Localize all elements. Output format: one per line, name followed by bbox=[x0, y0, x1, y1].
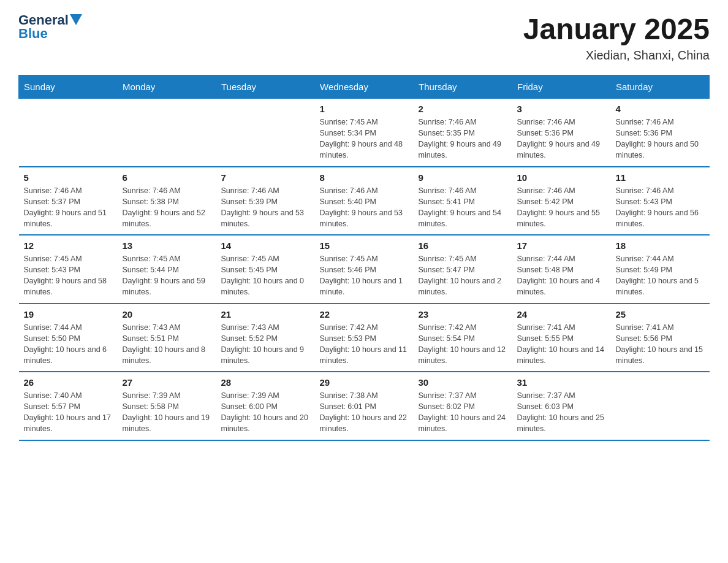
day-info: Sunrise: 7:39 AM Sunset: 5:58 PM Dayligh… bbox=[123, 390, 211, 435]
title-section: January 2025 Xiedian, Shanxi, China bbox=[523, 12, 710, 63]
day-info: Sunrise: 7:37 AM Sunset: 6:03 PM Dayligh… bbox=[517, 390, 606, 435]
subtitle: Xiedian, Shanxi, China bbox=[523, 48, 710, 63]
calendar-cell: 8Sunrise: 7:46 AM Sunset: 5:40 PM Daylig… bbox=[315, 167, 414, 236]
day-number: 21 bbox=[221, 309, 310, 320]
day-number: 19 bbox=[24, 309, 113, 320]
header-saturday: Saturday bbox=[611, 75, 710, 99]
day-number: 3 bbox=[517, 104, 606, 114]
week-row-5: 26Sunrise: 7:40 AM Sunset: 5:57 PM Dayli… bbox=[19, 372, 710, 440]
day-number: 25 bbox=[616, 309, 705, 320]
calendar-cell bbox=[19, 99, 118, 167]
day-info: Sunrise: 7:44 AM Sunset: 5:50 PM Dayligh… bbox=[24, 322, 113, 367]
day-info: Sunrise: 7:39 AM Sunset: 6:00 PM Dayligh… bbox=[221, 390, 310, 435]
day-info: Sunrise: 7:46 AM Sunset: 5:37 PM Dayligh… bbox=[24, 185, 113, 230]
day-number: 16 bbox=[419, 240, 507, 251]
calendar-cell: 20Sunrise: 7:43 AM Sunset: 5:51 PM Dayli… bbox=[118, 304, 216, 372]
day-info: Sunrise: 7:46 AM Sunset: 5:41 PM Dayligh… bbox=[419, 185, 507, 230]
day-info: Sunrise: 7:45 AM Sunset: 5:46 PM Dayligh… bbox=[320, 253, 409, 298]
day-number: 4 bbox=[616, 104, 705, 114]
day-info: Sunrise: 7:37 AM Sunset: 6:02 PM Dayligh… bbox=[419, 390, 507, 435]
header-monday: Monday bbox=[118, 75, 216, 99]
day-info: Sunrise: 7:46 AM Sunset: 5:35 PM Dayligh… bbox=[419, 117, 507, 161]
day-number: 28 bbox=[221, 377, 310, 388]
calendar-cell: 29Sunrise: 7:38 AM Sunset: 6:01 PM Dayli… bbox=[315, 372, 414, 440]
calendar-cell: 17Sunrise: 7:44 AM Sunset: 5:48 PM Dayli… bbox=[512, 235, 611, 304]
day-number: 12 bbox=[24, 240, 113, 251]
svg-marker-0 bbox=[70, 14, 82, 25]
day-number: 6 bbox=[123, 172, 211, 183]
header-thursday: Thursday bbox=[414, 75, 512, 99]
calendar-cell: 2Sunrise: 7:46 AM Sunset: 5:35 PM Daylig… bbox=[414, 99, 512, 167]
day-info: Sunrise: 7:42 AM Sunset: 5:53 PM Dayligh… bbox=[320, 322, 409, 367]
logo-blue: Blue bbox=[18, 26, 48, 42]
day-number: 15 bbox=[320, 240, 409, 251]
week-row-4: 19Sunrise: 7:44 AM Sunset: 5:50 PM Dayli… bbox=[19, 304, 710, 372]
logo: General Blue bbox=[18, 12, 82, 42]
calendar-cell: 31Sunrise: 7:37 AM Sunset: 6:03 PM Dayli… bbox=[512, 372, 611, 440]
day-number: 11 bbox=[616, 172, 705, 183]
calendar-cell: 15Sunrise: 7:45 AM Sunset: 5:46 PM Dayli… bbox=[315, 235, 414, 304]
calendar-cell bbox=[118, 99, 216, 167]
day-info: Sunrise: 7:46 AM Sunset: 5:36 PM Dayligh… bbox=[616, 117, 705, 161]
calendar-cell: 5Sunrise: 7:46 AM Sunset: 5:37 PM Daylig… bbox=[19, 167, 118, 236]
calendar-cell: 13Sunrise: 7:45 AM Sunset: 5:44 PM Dayli… bbox=[118, 235, 216, 304]
calendar-table: Sunday Monday Tuesday Wednesday Thursday… bbox=[18, 75, 710, 441]
day-info: Sunrise: 7:46 AM Sunset: 5:40 PM Dayligh… bbox=[320, 185, 409, 230]
calendar-cell: 11Sunrise: 7:46 AM Sunset: 5:43 PM Dayli… bbox=[611, 167, 710, 236]
day-info: Sunrise: 7:38 AM Sunset: 6:01 PM Dayligh… bbox=[320, 390, 409, 435]
day-number: 22 bbox=[320, 309, 409, 320]
calendar-cell: 16Sunrise: 7:45 AM Sunset: 5:47 PM Dayli… bbox=[414, 235, 512, 304]
header-row: Sunday Monday Tuesday Wednesday Thursday… bbox=[19, 75, 710, 99]
calendar-cell: 7Sunrise: 7:46 AM Sunset: 5:39 PM Daylig… bbox=[216, 167, 315, 236]
day-info: Sunrise: 7:44 AM Sunset: 5:48 PM Dayligh… bbox=[517, 253, 606, 298]
calendar-cell: 6Sunrise: 7:46 AM Sunset: 5:38 PM Daylig… bbox=[118, 167, 216, 236]
calendar-cell: 4Sunrise: 7:46 AM Sunset: 5:36 PM Daylig… bbox=[611, 99, 710, 167]
calendar-cell: 24Sunrise: 7:41 AM Sunset: 5:55 PM Dayli… bbox=[512, 304, 611, 372]
day-info: Sunrise: 7:46 AM Sunset: 5:36 PM Dayligh… bbox=[517, 117, 606, 161]
day-number: 17 bbox=[517, 240, 606, 251]
header-sunday: Sunday bbox=[19, 75, 118, 99]
calendar-header: Sunday Monday Tuesday Wednesday Thursday… bbox=[19, 75, 710, 99]
header-wednesday: Wednesday bbox=[315, 75, 414, 99]
day-info: Sunrise: 7:41 AM Sunset: 5:56 PM Dayligh… bbox=[616, 322, 705, 367]
calendar-cell bbox=[611, 372, 710, 440]
day-number: 24 bbox=[517, 309, 606, 320]
day-info: Sunrise: 7:44 AM Sunset: 5:49 PM Dayligh… bbox=[616, 253, 705, 298]
day-number: 5 bbox=[24, 172, 113, 183]
day-number: 2 bbox=[419, 104, 507, 114]
day-number: 18 bbox=[616, 240, 705, 251]
day-info: Sunrise: 7:45 AM Sunset: 5:44 PM Dayligh… bbox=[123, 253, 211, 298]
calendar-cell bbox=[216, 99, 315, 167]
calendar-cell: 19Sunrise: 7:44 AM Sunset: 5:50 PM Dayli… bbox=[19, 304, 118, 372]
day-info: Sunrise: 7:41 AM Sunset: 5:55 PM Dayligh… bbox=[517, 322, 606, 367]
day-info: Sunrise: 7:46 AM Sunset: 5:43 PM Dayligh… bbox=[616, 185, 705, 230]
calendar-cell: 12Sunrise: 7:45 AM Sunset: 5:43 PM Dayli… bbox=[19, 235, 118, 304]
calendar-cell: 28Sunrise: 7:39 AM Sunset: 6:00 PM Dayli… bbox=[216, 372, 315, 440]
day-number: 14 bbox=[221, 240, 310, 251]
day-info: Sunrise: 7:46 AM Sunset: 5:42 PM Dayligh… bbox=[517, 185, 606, 230]
day-info: Sunrise: 7:46 AM Sunset: 5:38 PM Dayligh… bbox=[123, 185, 211, 230]
day-number: 30 bbox=[419, 377, 507, 388]
calendar-cell: 9Sunrise: 7:46 AM Sunset: 5:41 PM Daylig… bbox=[414, 167, 512, 236]
calendar-cell: 27Sunrise: 7:39 AM Sunset: 5:58 PM Dayli… bbox=[118, 372, 216, 440]
week-row-3: 12Sunrise: 7:45 AM Sunset: 5:43 PM Dayli… bbox=[19, 235, 710, 304]
day-number: 29 bbox=[320, 377, 409, 388]
day-number: 31 bbox=[517, 377, 606, 388]
calendar-cell: 21Sunrise: 7:43 AM Sunset: 5:52 PM Dayli… bbox=[216, 304, 315, 372]
main-title: January 2025 bbox=[523, 12, 710, 46]
day-number: 20 bbox=[123, 309, 211, 320]
calendar-cell: 30Sunrise: 7:37 AM Sunset: 6:02 PM Dayli… bbox=[414, 372, 512, 440]
header-tuesday: Tuesday bbox=[216, 75, 315, 99]
day-info: Sunrise: 7:43 AM Sunset: 5:52 PM Dayligh… bbox=[221, 322, 310, 367]
day-info: Sunrise: 7:45 AM Sunset: 5:43 PM Dayligh… bbox=[24, 253, 113, 298]
calendar-cell: 22Sunrise: 7:42 AM Sunset: 5:53 PM Dayli… bbox=[315, 304, 414, 372]
day-number: 9 bbox=[419, 172, 507, 183]
calendar-cell: 10Sunrise: 7:46 AM Sunset: 5:42 PM Dayli… bbox=[512, 167, 611, 236]
header-friday: Friday bbox=[512, 75, 611, 99]
day-number: 10 bbox=[517, 172, 606, 183]
day-number: 27 bbox=[123, 377, 211, 388]
calendar-cell: 26Sunrise: 7:40 AM Sunset: 5:57 PM Dayli… bbox=[19, 372, 118, 440]
logo-triangle-icon bbox=[70, 14, 82, 26]
week-row-2: 5Sunrise: 7:46 AM Sunset: 5:37 PM Daylig… bbox=[19, 167, 710, 236]
day-info: Sunrise: 7:45 AM Sunset: 5:34 PM Dayligh… bbox=[320, 117, 409, 161]
